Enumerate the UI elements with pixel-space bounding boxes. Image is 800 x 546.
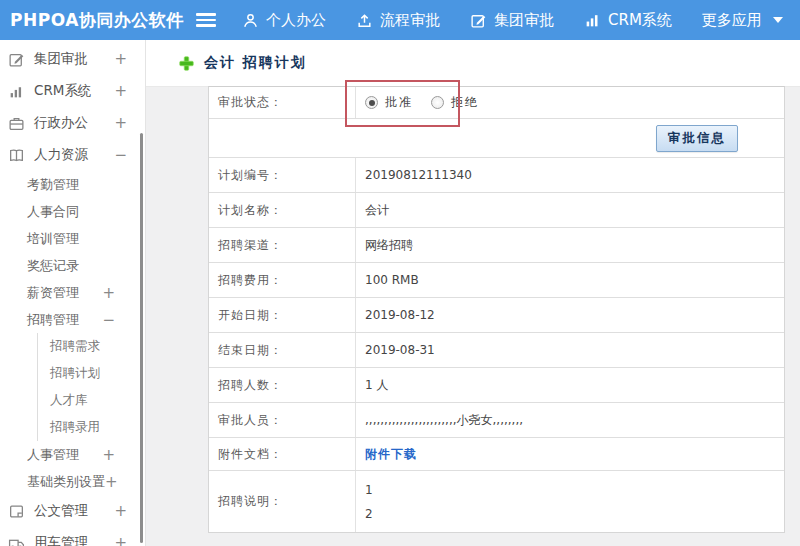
field-value: 2019-08-31 xyxy=(356,333,784,367)
nav-more-apps[interactable]: 更多应用 xyxy=(702,11,783,30)
table-row-plan-name: 计划名称： 会计 xyxy=(209,193,784,228)
expand-toggle[interactable]: + xyxy=(114,502,127,520)
sidebar-item-crm[interactable]: CRM系统 + xyxy=(0,75,145,107)
sidebar-item-salary[interactable]: 薪资管理 + xyxy=(0,279,145,306)
nav-label: 集团审批 xyxy=(494,11,554,30)
field-label: 审批状态： xyxy=(209,87,356,118)
expand-toggle[interactable]: + xyxy=(114,50,127,68)
top-nav: 个人办公 流程审批 集团审批 CRM系统 更多应用 xyxy=(242,11,783,30)
bar-chart-icon xyxy=(8,83,25,100)
field-value: 网络招聘 xyxy=(356,228,784,262)
radio-approve[interactable] xyxy=(365,96,378,109)
recruitment-submenu: 招聘需求 招聘计划 人才库 招聘录用 xyxy=(37,333,145,441)
table-row-headcount: 招聘人数： 1 人 xyxy=(209,368,784,403)
sidebar-item-recruit-plan[interactable]: 招聘计划 xyxy=(38,360,145,387)
approval-info-button[interactable]: 审批信息 xyxy=(656,125,738,152)
field-value: ,,,,,,,,,,,,,,,,,,,,,,,,小尧女,,,,,,,, xyxy=(356,403,784,437)
sidebar: 集团审批 + CRM系统 + 行政办公 + xyxy=(0,40,146,546)
status-row: 审批状态： 批准 拒绝 xyxy=(209,87,784,119)
description-line: 1 xyxy=(365,483,373,497)
sidebar-item-label: 用车管理 xyxy=(34,534,88,546)
table-row-cost: 招聘费用： 100 RMB xyxy=(209,263,784,298)
sidebar-item-training[interactable]: 培训管理 xyxy=(0,225,145,252)
nav-personal-office[interactable]: 个人办公 xyxy=(242,11,326,30)
attachment-download-link[interactable]: 附件下载 xyxy=(365,446,417,463)
field-value: 2019-08-12 xyxy=(356,298,784,332)
field-label: 计划编号： xyxy=(209,158,356,192)
edit-square-icon xyxy=(470,12,487,29)
field-label: 结束日期： xyxy=(209,333,356,367)
person-icon xyxy=(242,12,259,29)
radio-reject-label: 拒绝 xyxy=(451,94,479,111)
document-icon xyxy=(8,503,25,520)
expand-toggle[interactable]: + xyxy=(114,534,127,546)
sidebar-item-recruit-hiring[interactable]: 招聘录用 xyxy=(38,414,145,441)
nav-label: 个人办公 xyxy=(266,11,326,30)
nav-label: 更多应用 xyxy=(702,11,762,30)
expand-toggle[interactable]: + xyxy=(114,82,127,100)
menu-toggle-icon[interactable] xyxy=(196,13,216,27)
table-row-description: 招聘说明： 1 2 xyxy=(209,471,784,532)
sidebar-item-label: CRM系统 xyxy=(34,82,91,100)
sidebar-item-recruitment[interactable]: 招聘管理 − xyxy=(0,306,145,333)
edit-square-icon xyxy=(8,51,25,68)
radio-reject[interactable] xyxy=(431,96,444,109)
sidebar-item-attendance[interactable]: 考勤管理 xyxy=(0,171,145,198)
page-header: 会计 招聘计划 xyxy=(146,40,800,86)
sidebar-item-personnel[interactable]: 人事管理 + xyxy=(0,441,145,468)
sidebar-item-rewards[interactable]: 奖惩记录 xyxy=(0,252,145,279)
app-window: PHPOA协同办公软件 个人办公 流程审批 集团审批 xyxy=(0,0,800,546)
sidebar-item-label: 公文管理 xyxy=(34,502,88,520)
field-value: 1 人 xyxy=(356,368,784,402)
sidebar-item-hr-contract[interactable]: 人事合同 xyxy=(0,198,145,225)
main-content: 会计 招聘计划 审批状态： 批准 拒绝 审批信息 xyxy=(146,40,800,546)
table-row-start-date: 开始日期： 2019-08-12 xyxy=(209,298,784,333)
field-label: 开始日期： xyxy=(209,298,356,332)
expand-toggle[interactable]: + xyxy=(102,284,115,302)
field-label: 招聘渠道： xyxy=(209,228,356,262)
sidebar-item-human-resources[interactable]: 人力资源 − xyxy=(0,139,145,171)
sidebar-item-label: 人力资源 xyxy=(34,146,88,164)
field-value: 1 2 xyxy=(356,471,784,532)
collapse-toggle[interactable]: − xyxy=(102,311,115,329)
sidebar-item-admin-office[interactable]: 行政办公 + xyxy=(0,107,145,139)
nav-label: CRM系统 xyxy=(608,11,672,30)
nav-workflow-approval[interactable]: 流程审批 xyxy=(356,11,440,30)
collapse-toggle[interactable]: − xyxy=(114,146,127,164)
sidebar-item-recruit-demand[interactable]: 招聘需求 xyxy=(38,333,145,360)
approval-form-table: 审批状态： 批准 拒绝 审批信息 计划编号： 20190812111340 xyxy=(208,86,785,533)
briefcase-icon xyxy=(8,115,25,132)
field-label: 招聘费用： xyxy=(209,263,356,297)
status-radio-group: 批准 拒绝 xyxy=(356,87,784,118)
field-label: 审批人员： xyxy=(209,403,356,437)
table-row-attachment: 附件文档： 附件下载 xyxy=(209,438,784,471)
sidebar-item-document-mgmt[interactable]: 公文管理 + xyxy=(0,495,145,527)
bar-chart-icon xyxy=(584,12,601,29)
add-plus-icon xyxy=(179,56,194,71)
sidebar-item-talent-pool[interactable]: 人才库 xyxy=(38,387,145,414)
sidebar-item-base-category[interactable]: 基础类别设置 + xyxy=(0,468,145,495)
field-value: 100 RMB xyxy=(356,263,784,297)
nav-group-approval[interactable]: 集团审批 xyxy=(470,11,554,30)
sidebar-item-group-approval[interactable]: 集团审批 + xyxy=(0,43,145,75)
flow-upload-icon xyxy=(356,12,373,29)
button-row: 审批信息 xyxy=(209,119,784,158)
table-row-approvers: 审批人员： ,,,,,,,,,,,,,,,,,,,,,,,,小尧女,,,,,,,… xyxy=(209,403,784,438)
sidebar-scrollbar[interactable] xyxy=(140,133,143,543)
book-icon xyxy=(8,147,25,164)
field-label: 招聘人数： xyxy=(209,368,356,402)
expand-toggle[interactable]: + xyxy=(102,446,115,464)
topbar: PHPOA协同办公软件 个人办公 流程审批 集团审批 xyxy=(0,0,800,40)
table-row-end-date: 结束日期： 2019-08-31 xyxy=(209,333,784,368)
expand-toggle[interactable]: + xyxy=(105,473,118,491)
radio-approve-label: 批准 xyxy=(385,94,413,111)
field-label: 附件文档： xyxy=(209,438,356,470)
page-title: 会计 招聘计划 xyxy=(204,54,307,72)
caret-down-icon xyxy=(773,17,783,23)
truck-icon xyxy=(8,535,25,546)
app-logo[interactable]: PHPOA协同办公软件 xyxy=(0,9,196,32)
sidebar-item-label: 行政办公 xyxy=(34,114,88,132)
sidebar-item-vehicle-mgmt[interactable]: 用车管理 + xyxy=(0,527,145,546)
nav-crm-system[interactable]: CRM系统 xyxy=(584,11,672,30)
expand-toggle[interactable]: + xyxy=(114,114,127,132)
